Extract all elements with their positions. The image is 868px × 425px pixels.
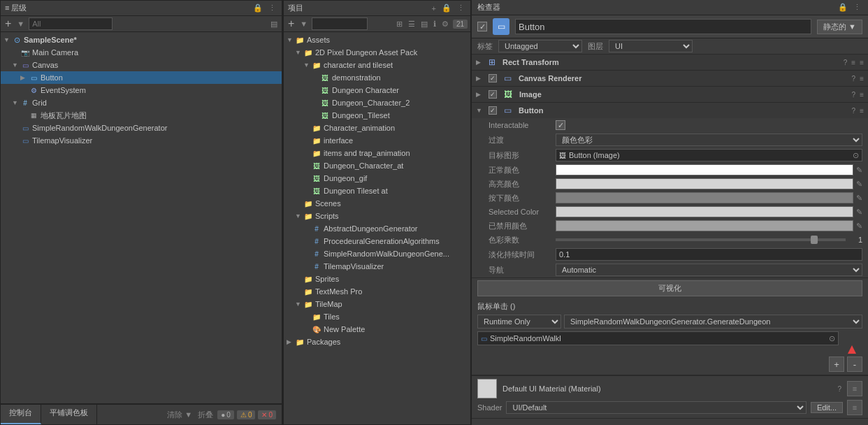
cr-menu-btn[interactable]: ≡ [860,75,864,82]
btn-help-btn[interactable]: ? [852,107,856,115]
shader-menu-btn[interactable]: ≡ [847,400,862,415]
hierarchy-down-btn[interactable]: ▼ [15,20,26,28]
proj-dungeonchar[interactable]: 🖼 Dungeon Character [284,84,470,96]
proj-tilemapvis[interactable]: # TilemapVisualizer [284,260,470,273]
pressed-color-swatch[interactable] [556,192,853,203]
tag-select[interactable]: Untagged [498,40,582,52]
project-menu-btn[interactable]: ⋮ [456,3,466,13]
tile-palette-tab[interactable]: 平铺调色板 [41,405,97,424]
proj-scripts[interactable]: ▼ 📁 Scripts [284,210,470,222]
hierarchy-filter-btn[interactable]: ▤ [269,20,279,29]
tree-item-simplerandomwalk[interactable]: ▭ SimpleRandomWalkDungeonGenerator [1,122,282,134]
btn-checkbox[interactable]: ✓ [489,106,497,115]
slider-thumb[interactable] [811,236,818,244]
hierarchy-search-input[interactable] [29,17,113,30]
proj-tiles[interactable]: 📁 Tiles [284,310,470,323]
object-active-checkbox[interactable]: ✓ [477,22,487,31]
project-search-input[interactable] [312,17,368,30]
visualize-button[interactable]: 可视化 [477,280,862,296]
project-add-btn[interactable]: + [431,4,437,13]
material-help-btn[interactable]: ? [837,385,841,393]
disabled-color-pick[interactable]: ✎ [856,222,862,231]
button-comp-header[interactable]: ▼ ✓ ▭ Button ? ≡ [472,103,868,118]
img-help-btn[interactable]: ? [852,91,856,99]
proj-demonstration[interactable]: 🖼 demonstration [284,71,470,84]
onclick-add-btn[interactable]: + [829,356,844,372]
proj-dungeontileset[interactable]: 🖼 Dungeon_Tileset [284,109,470,122]
selected-color-swatch[interactable] [556,206,853,217]
shader-select[interactable]: UI/Default [506,401,806,414]
highlight-color-pick[interactable]: ✎ [856,180,862,189]
tree-item-button[interactable]: ▶ ▭ Button [1,71,282,84]
proj-dungeontilesetat[interactable]: 🖼 Dungeon Tileset at [284,185,470,197]
inspector-menu-btn[interactable]: ⋮ [852,3,862,12]
proj-icon2[interactable]: ☰ [407,20,417,29]
material-swatch[interactable] [477,379,497,398]
proj-assets[interactable]: ▼ 📁 Assets [284,34,470,46]
console-tab[interactable]: 控制台 [1,405,41,424]
proj-newpalette[interactable]: 🎨 New Palette [284,323,470,336]
proj-packages[interactable]: ▶ 📁 Packages [284,336,470,348]
cr-help-btn[interactable]: ? [852,75,856,82]
tree-item-tilemap[interactable]: ▦ 地板瓦片地图 [1,109,282,122]
material-menu-btn[interactable]: ≡ [847,381,862,396]
proj-itemstrap[interactable]: 📁 items and trap_animation [284,147,470,159]
normal-color-swatch[interactable] [556,164,853,175]
proj-down-btn[interactable]: ▼ [298,20,309,28]
method-select[interactable]: SimpleRandomWalkDungeonGenerator.Generat… [564,315,862,329]
rt-help-btn[interactable]: ? [844,59,848,66]
static-button[interactable]: 静态的 ▼ [817,20,862,34]
clear-btn[interactable]: 清除 ▼ [166,410,194,420]
img-checkbox[interactable]: ✓ [489,90,497,99]
project-lock-btn[interactable]: 🔒 [440,3,453,13]
proj-icon4[interactable]: ℹ [432,20,437,29]
target-field-circle[interactable]: ⊙ [853,151,859,160]
fade-duration-input[interactable] [556,248,862,261]
tree-item-grid[interactable]: ▼ # Grid [1,96,282,109]
proj-dungeoncharat[interactable]: 🖼 Dungeon_Character_at [284,159,470,172]
tree-item-scene[interactable]: ▼ ⊙ SampleScene* [1,34,282,46]
proj-add-btn2[interactable]: + [287,17,296,30]
cr-checkbox[interactable]: ✓ [489,74,497,82]
normal-color-pick[interactable]: ✎ [856,166,862,175]
tree-item-eventsystem[interactable]: ⚙ EventSystem [1,84,282,96]
proj-charanimation[interactable]: 📁 Character_animation [284,122,470,134]
pressed-color-pick[interactable]: ✎ [856,194,862,203]
proj-icon1[interactable]: ⊞ [395,20,404,29]
btn-menu-btn[interactable]: ≡ [860,107,864,115]
proj-abstractdungeon[interactable]: # AbstractDungeonGenerator [284,222,470,235]
edit-material-btn[interactable]: Edit... [811,402,843,413]
rt-menu-btn2[interactable]: ≡ [860,59,864,66]
proj-textmesh[interactable]: 📁 TextMesh Pro [284,285,470,298]
highlight-color-swatch[interactable] [556,178,853,189]
hierarchy-add-btn[interactable]: + [3,17,13,30]
proj-interface[interactable]: 📁 interface [284,134,470,147]
proj-icon5[interactable]: ⚙ [440,20,450,29]
tree-item-main-camera[interactable]: 📷 Main Camera [1,46,282,59]
hierarchy-lock-btn[interactable]: 🔒 [252,3,264,13]
proj-scenes[interactable]: 📁 Scenes [284,197,470,210]
tree-item-canvas[interactable]: ▼ ▭ Canvas [1,59,282,71]
rt-menu-btn[interactable]: ≡ [851,59,855,66]
interactable-checkbox[interactable]: ✓ [556,120,565,130]
onclick-remove-btn[interactable]: - [847,356,862,372]
target-field[interactable]: 🖼 Button (Image) ⊙ [556,149,862,161]
onclick-obj-field[interactable]: ▭ SimpleRandomWalkl ⊙ [477,331,839,345]
img-menu-btn[interactable]: ≡ [860,91,864,99]
disabled-color-swatch[interactable] [556,220,853,231]
collapse-btn[interactable]: 折叠 [196,410,215,420]
navigation-select[interactable]: Automatic [556,264,862,276]
tree-item-tilemapvisualizer[interactable]: ▭ TilemapVisualizer [1,134,282,147]
hierarchy-menu-btn[interactable]: ⋮ [267,3,277,13]
proj-simplerandom[interactable]: # SimpleRandomWalkDungeonGene... [284,247,470,260]
proj-dungeongif[interactable]: 🖼 Dungeon_gif [284,172,470,185]
transition-select[interactable]: 颜色色彩 [556,134,862,146]
proj-procedural[interactable]: # ProcedeuralGenerationAlgorithms [284,235,470,247]
image-header[interactable]: ▶ ✓ 🖼 Image ? ≡ [472,87,868,102]
color-multiplier-slider[interactable]: 1 [556,236,862,244]
object-name-input[interactable] [515,19,811,34]
proj-chartileset[interactable]: ▼ 📁 character and tileset [284,59,470,71]
proj-icon3[interactable]: ▤ [419,20,429,29]
proj-dungeonchar2[interactable]: 🖼 Dungeon_Character_2 [284,96,470,109]
onclick-obj-circle[interactable]: ⊙ [829,334,835,343]
